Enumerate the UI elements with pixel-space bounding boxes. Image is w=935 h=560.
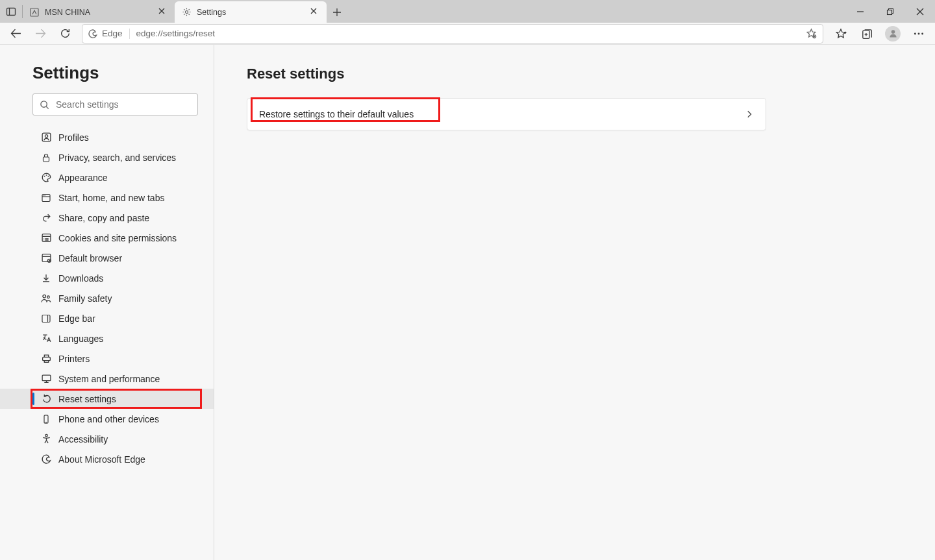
svg-rect-0 — [7, 8, 16, 15]
nav-back-button[interactable] — [4, 24, 27, 43]
window-minimize-button[interactable] — [845, 0, 875, 23]
restore-defaults-label: Restore settings to their default values — [259, 109, 414, 119]
collections-button[interactable] — [854, 24, 879, 43]
sidebar-item-printers[interactable]: Printers — [0, 348, 214, 369]
downloads-icon — [40, 273, 52, 284]
nav-forward-button[interactable] — [29, 24, 52, 43]
svg-point-20 — [44, 195, 44, 195]
sidebar-item-cookies-permissions[interactable]: Cookies and site permissions — [0, 228, 214, 248]
page-heading: Reset settings — [247, 66, 903, 82]
settings-gear-icon — [181, 7, 192, 18]
tab-favicon-icon — [29, 7, 40, 18]
sidebar-item-profiles[interactable]: Profiles — [0, 127, 214, 147]
default-browser-icon — [40, 252, 52, 264]
svg-point-15 — [44, 176, 45, 177]
chevron-right-icon — [745, 110, 754, 119]
accessibility-icon — [40, 433, 52, 445]
sidebar-item-label: System and performance — [40, 374, 160, 384]
svg-point-11 — [41, 101, 47, 106]
settings-sidebar: Settings ProfilesPrivacy, search, and se… — [0, 45, 214, 560]
family-safety-icon — [40, 293, 52, 304]
svg-point-7 — [891, 30, 895, 34]
sidebar-item-edge-bar[interactable]: Edge bar — [0, 308, 214, 328]
sidebar-item-label: Start, home, and new tabs — [40, 193, 164, 203]
sidebar-item-accessibility[interactable]: Accessibility — [0, 429, 214, 449]
window-close-button[interactable] — [905, 0, 935, 23]
svg-point-13 — [45, 135, 47, 138]
edge-bar-icon — [40, 313, 52, 324]
sidebar-item-label: Privacy, search, and services — [40, 152, 176, 163]
address-bar[interactable]: Edge edge://settings/reset — [82, 24, 823, 43]
sidebar-item-phone-devices[interactable]: Phone and other devices — [0, 409, 214, 429]
svg-point-30 — [47, 295, 50, 298]
profiles-icon — [40, 132, 52, 143]
reset-settings-icon — [40, 393, 52, 405]
languages-icon — [40, 333, 52, 345]
appearance-icon — [40, 172, 52, 184]
more-menu-button[interactable] — [906, 24, 931, 43]
settings-nav-list: ProfilesPrivacy, search, and servicesApp… — [0, 125, 214, 472]
svg-rect-33 — [42, 357, 50, 360]
phone-devices-icon — [40, 413, 52, 425]
svg-point-29 — [43, 295, 46, 298]
settings-search[interactable] — [32, 93, 198, 116]
sidebar-item-default-browser[interactable]: Default browser — [0, 248, 214, 268]
settings-main: Reset settings Restore settings to their… — [214, 45, 935, 560]
sidebar-item-share-copy-paste[interactable]: Share, copy and paste — [0, 208, 214, 228]
tab-title: Settings — [197, 8, 305, 17]
sidebar-item-privacy[interactable]: Privacy, search, and services — [0, 147, 214, 167]
window-controls — [845, 0, 935, 23]
svg-rect-34 — [42, 375, 51, 381]
svg-rect-4 — [888, 10, 892, 14]
site-identity[interactable]: Edge — [88, 29, 130, 39]
sidebar-item-about-edge[interactable]: About Microsoft Edge — [0, 449, 214, 469]
settings-content: Settings ProfilesPrivacy, search, and se… — [0, 45, 935, 560]
sidebar-item-appearance[interactable]: Appearance — [0, 167, 214, 188]
profile-avatar-button[interactable] — [880, 24, 905, 43]
sidebar-item-system-performance[interactable]: System and performance — [0, 369, 214, 389]
settings-search-input[interactable] — [56, 99, 191, 110]
sidebar-item-label: Default browser — [40, 253, 122, 263]
svg-rect-14 — [44, 157, 49, 162]
svg-point-3 — [185, 10, 188, 13]
address-bar-url: edge://settings/reset — [136, 29, 806, 38]
favorites-button[interactable] — [829, 24, 853, 43]
tab-title: MSN CHINA — [45, 8, 153, 17]
new-tab-button[interactable] — [327, 1, 347, 23]
share-copy-paste-icon — [40, 212, 52, 224]
sidebar-item-label: Cookies and site permissions — [40, 233, 177, 243]
avatar-icon — [885, 26, 901, 42]
sidebar-item-family-safety[interactable]: Family safety — [0, 288, 214, 308]
svg-point-17 — [47, 176, 49, 177]
start-home-icon — [40, 192, 52, 204]
search-icon — [40, 100, 49, 110]
svg-point-8 — [914, 32, 916, 34]
favorite-star-button[interactable] — [806, 28, 817, 40]
svg-point-24 — [44, 238, 44, 239]
privacy-icon — [40, 152, 52, 164]
sidebar-item-label: About Microsoft Edge — [40, 454, 145, 465]
site-identity-label: Edge — [102, 29, 123, 38]
titlebar: MSN CHINA Settings — [0, 0, 935, 23]
nav-reload-button[interactable] — [53, 24, 77, 43]
tab-close-button[interactable] — [310, 7, 320, 18]
sidebar-item-start-home[interactable]: Start, home, and new tabs — [0, 188, 214, 208]
printers-icon — [40, 353, 52, 365]
svg-point-9 — [918, 32, 920, 34]
svg-point-21 — [45, 195, 45, 195]
window-restore-button[interactable] — [875, 0, 905, 23]
sidebar-item-downloads[interactable]: Downloads — [0, 268, 214, 288]
tab-close-button[interactable] — [158, 7, 168, 18]
sidebar-item-reset-settings[interactable]: Reset settings — [0, 389, 214, 409]
restore-defaults-row[interactable]: Restore settings to their default values — [247, 98, 766, 130]
about-edge-icon — [40, 454, 52, 465]
cookies-permissions-icon — [40, 232, 52, 244]
system-performance-icon — [40, 373, 52, 385]
tab-actions-button[interactable] — [0, 0, 22, 23]
tab-settings[interactable]: Settings — [175, 1, 327, 23]
svg-point-16 — [45, 175, 47, 176]
svg-rect-31 — [42, 315, 50, 322]
edge-logo-icon — [88, 29, 98, 39]
tab-msn-china[interactable]: MSN CHINA — [23, 1, 175, 23]
sidebar-item-languages[interactable]: Languages — [0, 328, 214, 348]
